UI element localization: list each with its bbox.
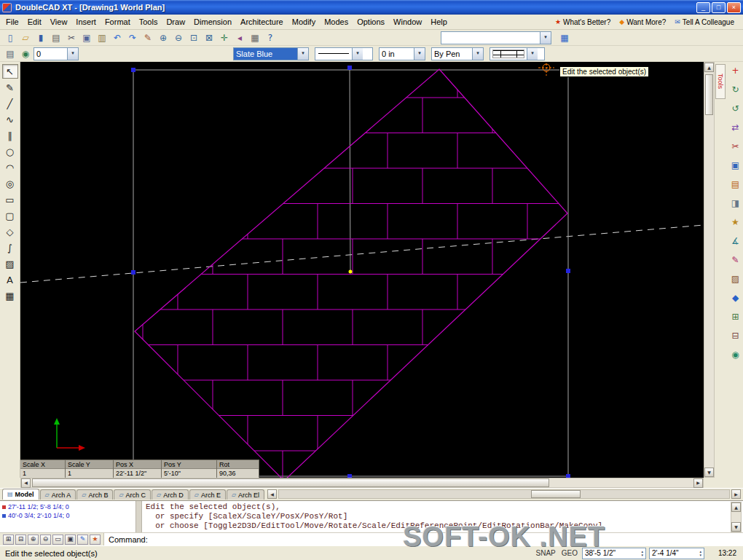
hatch-tool-icon[interactable]: ▨: [729, 273, 742, 285]
zoom-in-icon[interactable]: ⊕: [156, 31, 170, 44]
double-line-icon[interactable]: ∥: [2, 128, 18, 143]
zoom-out-icon[interactable]: ⊖: [171, 31, 186, 44]
save-icon[interactable]: ▮: [34, 31, 48, 44]
menu-item[interactable]: Help: [426, 16, 452, 28]
console-scrollbar[interactable]: ▲ ▼: [731, 502, 742, 532]
shade-tool-icon[interactable]: ◨: [729, 197, 742, 209]
script-icon[interactable]: ✎: [77, 535, 88, 545]
menu-item[interactable]: Draw: [162, 16, 189, 28]
canvas-vertical-scrollbar[interactable]: ▲ ▼: [704, 62, 715, 478]
visibility-icon[interactable]: ◉: [18, 47, 33, 60]
canvas-horizontal-scrollbar[interactable]: ◀ ▶: [20, 478, 704, 488]
scale-x-field[interactable]: Scale X 1: [20, 460, 66, 478]
zoom-window-icon[interactable]: ⊡: [186, 31, 201, 44]
command-input[interactable]: [152, 533, 743, 545]
tab-scroll-track[interactable]: [278, 489, 730, 499]
scroll-up-icon[interactable]: ▲: [731, 502, 741, 512]
print-icon[interactable]: ▤: [49, 31, 63, 44]
chevron-down-icon[interactable]: ▾: [297, 48, 308, 60]
tab-arch-a[interactable]: ▱ Arch A: [40, 489, 76, 500]
coordinate-history[interactable]: 27'-11 1/2; 5'-8 1/4; 0 40'-0 3/4; 2'-10…: [2, 502, 133, 532]
tab-arch-d[interactable]: ▱ Arch D: [152, 489, 189, 500]
spline-icon[interactable]: ∫: [2, 240, 18, 255]
scroll-down-icon[interactable]: ▼: [704, 468, 714, 477]
whats-better-link[interactable]: ★ What's Better?: [555, 18, 610, 26]
help-icon[interactable]: ?: [263, 31, 278, 44]
vertical-scroll-track[interactable]: [704, 72, 714, 468]
menu-item[interactable]: Format: [101, 16, 135, 28]
zoom-extents-icon[interactable]: ⊠: [202, 31, 216, 44]
chevron-down-icon[interactable]: ▾: [67, 48, 78, 60]
trim-tool-icon[interactable]: ✂: [729, 141, 742, 152]
scale-y-field[interactable]: Scale Y 1: [66, 460, 114, 478]
paste-icon[interactable]: ▥: [95, 31, 109, 44]
snap-tool-icon[interactable]: ◉: [729, 349, 742, 360]
pen-color-combo[interactable]: Slate Blue ▾: [233, 47, 309, 60]
vertical-scroll-thumb[interactable]: [705, 74, 713, 115]
copy-history-icon[interactable]: ▣: [65, 535, 76, 545]
want-more-link[interactable]: ◆ Want More?: [619, 18, 666, 26]
scroll-up-icon[interactable]: ▲: [704, 63, 714, 72]
copy-tool-icon[interactable]: ▣: [729, 159, 742, 171]
polygon-icon[interactable]: ◇: [2, 224, 18, 239]
dock-console-icon[interactable]: ⊞: [3, 535, 14, 545]
chevron-down-icon[interactable]: ▾: [540, 32, 551, 44]
horizontal-scroll-track[interactable]: [31, 478, 693, 487]
arc-icon[interactable]: ◠: [2, 160, 18, 175]
undock-console-icon[interactable]: ⊟: [15, 535, 26, 545]
angle-tool-icon[interactable]: ∡: [729, 235, 742, 247]
clear-console-icon[interactable]: ▭: [52, 535, 63, 545]
edit-tool-icon[interactable]: ✎: [729, 254, 742, 266]
tab-arch-b[interactable]: ▱ Arch B: [76, 489, 113, 500]
copy-icon[interactable]: ▣: [79, 31, 94, 44]
undo-icon[interactable]: ↶: [110, 31, 125, 44]
history-line[interactable]: 27'-11 1/2; 5'-8 1/4; 0: [2, 502, 133, 511]
grid-icon[interactable]: ▦: [248, 31, 262, 44]
tab-scroll-thumb[interactable]: [531, 490, 581, 498]
scroll-right-icon[interactable]: ▶: [693, 478, 703, 488]
geo-toggle[interactable]: GEO: [560, 549, 579, 557]
spinner-icon[interactable]: ▴▾: [641, 550, 643, 557]
diamond-tool-icon[interactable]: ◆: [729, 292, 742, 304]
sheet-tool-icon[interactable]: ▤: [729, 178, 742, 190]
menu-item[interactable]: Insert: [71, 16, 101, 28]
chevron-down-icon[interactable]: ▾: [414, 48, 425, 60]
maximize-button[interactable]: □: [712, 2, 726, 13]
menu-item[interactable]: File: [1, 16, 23, 28]
run-script-icon[interactable]: ★: [90, 535, 101, 545]
group-tool-icon[interactable]: ⊞: [729, 311, 742, 323]
chevron-down-icon[interactable]: ▾: [527, 48, 538, 60]
select-arrow-icon[interactable]: ↖: [2, 64, 18, 79]
center-reference-point[interactable]: [349, 270, 353, 274]
pos-y-field[interactable]: Pos Y 5'-10": [162, 460, 217, 478]
coordinate-y-box[interactable]: 2'-4 1/4" ▴▾: [649, 548, 704, 559]
scroll-down-icon[interactable]: ▼: [731, 522, 741, 532]
rectangle-icon[interactable]: ▭: [2, 192, 18, 207]
tools-palette-tab[interactable]: Tools: [715, 64, 726, 99]
pen-icon[interactable]: ✎: [141, 31, 155, 44]
horizontal-scroll-thumb[interactable]: [32, 478, 549, 487]
menu-item[interactable]: Dimension: [189, 16, 236, 28]
open-icon[interactable]: ▱: [18, 31, 33, 44]
ellipse-icon[interactable]: ◎: [2, 176, 18, 191]
tab-arch-c[interactable]: ▱ Arch C: [114, 489, 151, 500]
console-splitter[interactable]: [135, 501, 142, 533]
ungroup-tool-icon[interactable]: ⊟: [729, 330, 742, 342]
workspace-icon[interactable]: ▦: [557, 31, 572, 44]
scroll-left-icon[interactable]: ◀: [21, 478, 31, 488]
rotation-handle[interactable]: [538, 62, 554, 76]
text-icon[interactable]: A: [2, 272, 18, 287]
menu-item[interactable]: Window: [389, 16, 426, 28]
drawing-svg[interactable]: [20, 62, 704, 478]
rotate-tool-icon[interactable]: ↻: [729, 84, 742, 95]
pos-x-field[interactable]: Pos X 22'-11 1/2": [114, 460, 162, 478]
menu-item[interactable]: Architecture: [236, 16, 288, 28]
pan-icon[interactable]: ✛: [217, 31, 232, 44]
redo-icon[interactable]: ↷: [125, 31, 140, 44]
hatch-icon[interactable]: ▨: [2, 256, 18, 271]
properties-icon[interactable]: ▤: [3, 47, 17, 60]
snap-toggle[interactable]: SNAP: [535, 549, 557, 557]
line-icon[interactable]: ╱: [2, 96, 18, 111]
undo-view-icon[interactable]: ↺: [729, 103, 742, 114]
tab-scroll-right-icon[interactable]: ▶: [731, 489, 741, 499]
